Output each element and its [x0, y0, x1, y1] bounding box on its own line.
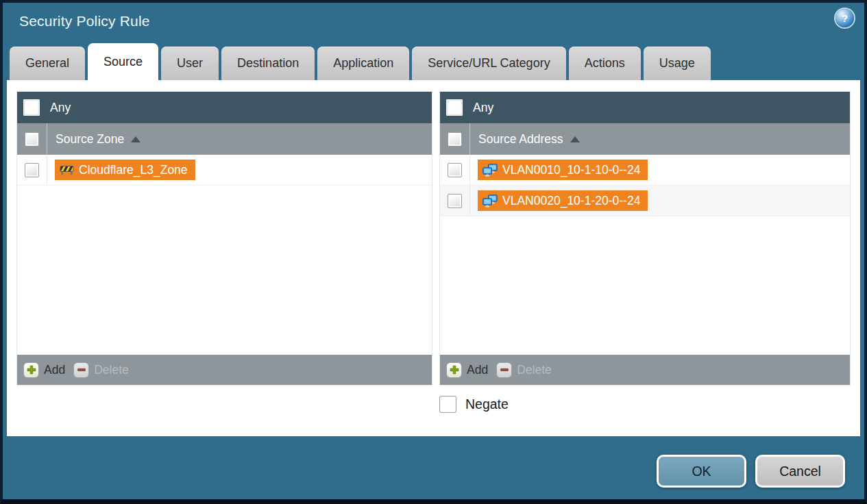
source-address-any-label: Any [473, 101, 493, 115]
zone-icon [60, 164, 74, 175]
tab-user[interactable]: User [161, 47, 219, 80]
address-entry-label: VLAN0010_10-1-10-0--24 [502, 163, 640, 177]
source-address-select-all-checkbox[interactable] [448, 132, 462, 147]
security-policy-rule-dialog: Security Policy Rule ? General Source Us… [0, 0, 867, 504]
negate-checkbox[interactable] [439, 396, 456, 413]
tab-destination[interactable]: Destination [221, 47, 315, 80]
source-zone-select-all-checkbox[interactable] [25, 132, 39, 147]
cancel-button[interactable]: Cancel [755, 455, 845, 488]
source-zone-column-header: Source Zone [17, 123, 432, 155]
source-address-panel: Any Source Address [439, 91, 851, 386]
address-entry-label: VLAN0020_10-1-20-0--24 [502, 194, 640, 208]
source-address-any-checkbox[interactable] [446, 99, 463, 116]
title-bar: Security Policy Rule ? [3, 3, 864, 42]
delete-button-label: Delete [94, 363, 129, 377]
source-address-rows: VLAN0010_10-1-10-0--24 [440, 155, 850, 355]
tab-application[interactable]: Application [317, 47, 409, 80]
row-checkbox[interactable] [448, 163, 462, 177]
row-checkbox[interactable] [448, 194, 462, 208]
dialog-title: Security Policy Rule [19, 13, 150, 29]
table-row: VLAN0020_10-1-20-0--24 [440, 186, 850, 216]
address-entry[interactable]: VLAN0020_10-1-20-0--24 [478, 190, 648, 211]
add-plus-icon [23, 362, 39, 378]
add-button-label: Add [44, 363, 65, 377]
help-icon[interactable]: ? [835, 9, 854, 27]
delete-button[interactable]: Delete [496, 362, 552, 378]
source-address-column-label[interactable]: Source Address [478, 132, 563, 147]
sort-ascending-icon[interactable] [131, 136, 141, 142]
source-address-any-row: Any [440, 92, 850, 123]
tab-actions[interactable]: Actions [569, 47, 641, 80]
source-address-footer: Add Delete [440, 355, 850, 385]
negate-label: Negate [465, 396, 509, 412]
source-zone-panel: Any Source Zone [16, 91, 432, 386]
zone-entry-label: Cloudflare_L3_Zone [79, 163, 188, 177]
delete-button-label: Delete [517, 363, 552, 377]
source-zone-rows: Cloudflare_L3_Zone [17, 155, 432, 355]
address-icon [483, 194, 498, 207]
tab-bar: General Source User Destination Applicat… [7, 42, 864, 80]
source-zone-footer: Add Delete [17, 355, 432, 385]
add-button-label: Add [467, 363, 488, 377]
source-address-column-header: Source Address [440, 123, 850, 155]
table-row: VLAN0010_10-1-10-0--24 [440, 155, 850, 186]
negate-row: Negate [439, 396, 509, 413]
add-button[interactable]: Add [446, 362, 488, 378]
source-zone-any-label: Any [50, 101, 71, 115]
tab-general[interactable]: General [10, 47, 85, 80]
source-tab-content: Any Source Zone [7, 80, 860, 436]
row-checkbox[interactable] [25, 163, 39, 177]
address-entry[interactable]: VLAN0010_10-1-10-0--24 [478, 160, 648, 180]
ok-button[interactable]: OK [657, 455, 746, 488]
source-zone-column-label[interactable]: Source Zone [56, 132, 124, 147]
tab-service-url-category[interactable]: Service/URL Category [412, 47, 565, 80]
tab-usage[interactable]: Usage [644, 47, 711, 80]
address-icon [483, 164, 498, 177]
source-zone-any-row: Any [17, 92, 432, 123]
delete-minus-icon [496, 362, 512, 378]
delete-button[interactable]: Delete [73, 362, 129, 378]
source-zone-any-checkbox[interactable] [23, 99, 40, 116]
table-row: Cloudflare_L3_Zone [17, 155, 432, 186]
delete-minus-icon [73, 362, 89, 378]
add-plus-icon [446, 362, 462, 378]
tab-source[interactable]: Source [88, 43, 158, 80]
sort-ascending-icon[interactable] [570, 136, 580, 142]
add-button[interactable]: Add [23, 362, 65, 378]
zone-entry[interactable]: Cloudflare_L3_Zone [55, 160, 195, 180]
